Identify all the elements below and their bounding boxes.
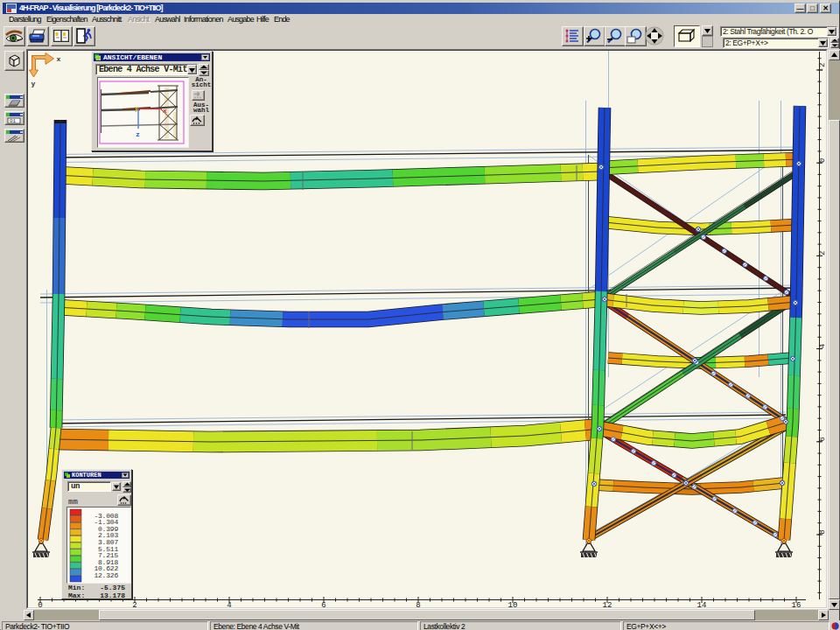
svg-text:01: 01	[10, 118, 17, 124]
svg-text:12: 12	[603, 601, 612, 608]
svg-text:2: 2	[818, 251, 827, 256]
svg-text:2: 2	[132, 601, 136, 608]
svg-text:0: 0	[38, 601, 42, 608]
svg-text:0: 0	[818, 158, 827, 162]
svg-text:4: 4	[818, 344, 827, 348]
svg-text:x: x	[163, 107, 167, 115]
svg-text:14: 14	[697, 601, 707, 608]
svg-text:12.326: 12.326	[94, 571, 118, 579]
svg-text:16: 16	[792, 601, 802, 608]
svg-text:-2: -2	[818, 63, 827, 73]
svg-text:y: y	[32, 80, 36, 88]
svg-text:x: x	[57, 55, 61, 63]
svg-text:z: z	[136, 130, 140, 138]
svg-text:6: 6	[818, 437, 827, 441]
svg-text:10: 10	[508, 601, 518, 608]
svg-text:4: 4	[227, 601, 231, 608]
svg-text:8: 8	[416, 601, 420, 608]
svg-text:8: 8	[818, 529, 827, 534]
svg-text:6: 6	[321, 601, 326, 608]
